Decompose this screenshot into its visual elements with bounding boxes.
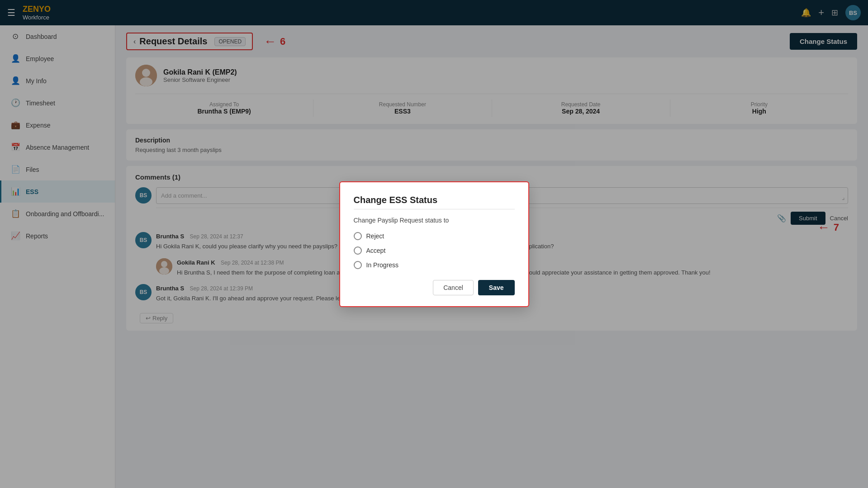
modal-save-button[interactable]: Save [478,280,515,295]
radio-label-inprogress: In Progress [366,261,399,269]
radio-label-accept: Accept [366,247,386,254]
change-ess-status-modal: Change ESS Status Change Payslip Request… [339,181,529,307]
radio-circle-inprogress [354,261,362,269]
radio-reject[interactable]: Reject [354,232,515,240]
radio-accept[interactable]: Accept [354,246,515,255]
radio-inprogress[interactable]: In Progress [354,261,515,269]
modal-title: Change ESS Status [354,195,515,205]
modal-divider [354,209,515,209]
modal-footer: Cancel Save [354,280,515,295]
radio-circle-reject [354,232,362,240]
radio-circle-accept [354,246,362,255]
modal-subtitle: Change Payslip Request status to [354,217,515,224]
modal-overlay[interactable]: Change ESS Status Change Payslip Request… [0,0,868,488]
modal-cancel-button[interactable]: Cancel [433,280,474,295]
radio-label-reject: Reject [366,232,384,240]
